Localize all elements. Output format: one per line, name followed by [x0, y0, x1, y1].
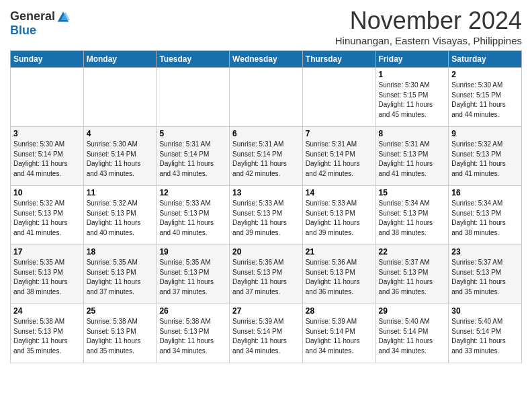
calendar-cell: 7Sunrise: 5:31 AM Sunset: 5:14 PM Daylig… [302, 127, 375, 186]
day-info: Sunrise: 5:35 AM Sunset: 5:13 PM Dayligh… [159, 258, 226, 297]
weekday-header-row: SundayMondayTuesdayWednesdayThursdayFrid… [11, 51, 522, 68]
week-row-1: 1Sunrise: 5:30 AM Sunset: 5:15 PM Daylig… [11, 68, 522, 127]
day-info: Sunrise: 5:30 AM Sunset: 5:15 PM Dayligh… [451, 81, 519, 120]
logo-general-text: General [10, 9, 55, 24]
day-info: Sunrise: 5:40 AM Sunset: 5:14 PM Dayligh… [451, 317, 519, 356]
day-number: 3 [13, 129, 81, 138]
day-info: Sunrise: 5:35 AM Sunset: 5:13 PM Dayligh… [13, 258, 81, 297]
day-number: 19 [159, 247, 226, 257]
day-number: 4 [87, 129, 154, 138]
day-number: 27 [232, 306, 300, 316]
calendar-cell: 17Sunrise: 5:35 AM Sunset: 5:13 PM Dayli… [11, 245, 84, 304]
logo: General Blue [10, 9, 70, 38]
day-info: Sunrise: 5:40 AM Sunset: 5:14 PM Dayligh… [379, 317, 446, 356]
day-info: Sunrise: 5:31 AM Sunset: 5:14 PM Dayligh… [306, 140, 373, 179]
day-info: Sunrise: 5:37 AM Sunset: 5:13 PM Dayligh… [379, 258, 446, 297]
calendar-cell [83, 68, 157, 127]
weekday-header-tuesday: Tuesday [157, 51, 230, 68]
day-number: 2 [451, 70, 519, 79]
day-info: Sunrise: 5:33 AM Sunset: 5:13 PM Dayligh… [306, 199, 373, 238]
day-number: 29 [379, 306, 446, 316]
day-number: 1 [379, 70, 446, 79]
day-number: 9 [451, 129, 519, 138]
weekday-header-friday: Friday [375, 51, 449, 68]
day-info: Sunrise: 5:38 AM Sunset: 5:13 PM Dayligh… [159, 317, 226, 356]
calendar-cell: 28Sunrise: 5:39 AM Sunset: 5:14 PM Dayli… [302, 304, 375, 363]
weekday-header-sunday: Sunday [11, 51, 84, 68]
weekday-header-monday: Monday [83, 51, 157, 68]
day-number: 30 [451, 306, 519, 316]
calendar-cell [302, 68, 375, 127]
calendar-cell: 6Sunrise: 5:31 AM Sunset: 5:14 PM Daylig… [230, 127, 303, 186]
day-info: Sunrise: 5:31 AM Sunset: 5:13 PM Dayligh… [379, 140, 446, 179]
day-info: Sunrise: 5:36 AM Sunset: 5:13 PM Dayligh… [232, 258, 300, 297]
day-number: 8 [379, 129, 446, 138]
weekday-header-wednesday: Wednesday [230, 51, 303, 68]
calendar-cell: 2Sunrise: 5:30 AM Sunset: 5:15 PM Daylig… [449, 68, 522, 127]
calendar-cell [11, 68, 84, 127]
day-number: 20 [232, 247, 300, 257]
weekday-header-thursday: Thursday [302, 51, 375, 68]
calendar-cell: 11Sunrise: 5:32 AM Sunset: 5:13 PM Dayli… [83, 186, 157, 245]
page-header: General Blue November 2024 Hinunangan, E… [10, 7, 522, 46]
day-info: Sunrise: 5:38 AM Sunset: 5:13 PM Dayligh… [87, 317, 154, 356]
day-number: 5 [159, 129, 226, 138]
day-number: 12 [159, 188, 226, 197]
day-info: Sunrise: 5:30 AM Sunset: 5:14 PM Dayligh… [13, 140, 81, 179]
week-row-5: 24Sunrise: 5:38 AM Sunset: 5:13 PM Dayli… [11, 304, 522, 363]
calendar-cell: 23Sunrise: 5:37 AM Sunset: 5:13 PM Dayli… [449, 245, 522, 304]
week-row-2: 3Sunrise: 5:30 AM Sunset: 5:14 PM Daylig… [11, 127, 522, 186]
calendar-cell: 30Sunrise: 5:40 AM Sunset: 5:14 PM Dayli… [449, 304, 522, 363]
day-number: 22 [379, 247, 446, 257]
day-number: 21 [306, 247, 373, 257]
day-info: Sunrise: 5:30 AM Sunset: 5:15 PM Dayligh… [379, 81, 446, 120]
day-number: 11 [87, 188, 154, 197]
day-number: 17 [13, 247, 81, 257]
calendar-cell: 4Sunrise: 5:30 AM Sunset: 5:14 PM Daylig… [83, 127, 157, 186]
calendar-cell: 19Sunrise: 5:35 AM Sunset: 5:13 PM Dayli… [157, 245, 230, 304]
calendar-cell: 21Sunrise: 5:36 AM Sunset: 5:13 PM Dayli… [302, 245, 375, 304]
day-info: Sunrise: 5:32 AM Sunset: 5:13 PM Dayligh… [13, 199, 81, 238]
day-info: Sunrise: 5:35 AM Sunset: 5:13 PM Dayligh… [87, 258, 154, 297]
day-info: Sunrise: 5:31 AM Sunset: 5:14 PM Dayligh… [232, 140, 300, 179]
day-info: Sunrise: 5:39 AM Sunset: 5:14 PM Dayligh… [306, 317, 373, 356]
day-number: 16 [451, 188, 519, 197]
weekday-header-saturday: Saturday [449, 51, 522, 68]
day-number: 14 [306, 188, 373, 197]
day-number: 23 [451, 247, 519, 257]
day-info: Sunrise: 5:34 AM Sunset: 5:13 PM Dayligh… [379, 199, 446, 238]
week-row-4: 17Sunrise: 5:35 AM Sunset: 5:13 PM Dayli… [11, 245, 522, 304]
day-info: Sunrise: 5:32 AM Sunset: 5:13 PM Dayligh… [87, 199, 154, 238]
calendar-cell [230, 68, 303, 127]
calendar-cell: 24Sunrise: 5:38 AM Sunset: 5:13 PM Dayli… [11, 304, 84, 363]
calendar-cell: 13Sunrise: 5:33 AM Sunset: 5:13 PM Dayli… [230, 186, 303, 245]
day-number: 18 [87, 247, 154, 257]
calendar-cell: 29Sunrise: 5:40 AM Sunset: 5:14 PM Dayli… [375, 304, 449, 363]
calendar-cell: 10Sunrise: 5:32 AM Sunset: 5:13 PM Dayli… [11, 186, 84, 245]
title-block: November 2024 Hinunangan, Eastern Visaya… [335, 7, 522, 46]
day-info: Sunrise: 5:31 AM Sunset: 5:14 PM Dayligh… [159, 140, 226, 179]
calendar-table: SundayMondayTuesdayWednesdayThursdayFrid… [10, 50, 522, 363]
day-number: 6 [232, 129, 300, 138]
calendar-cell: 22Sunrise: 5:37 AM Sunset: 5:13 PM Dayli… [375, 245, 449, 304]
logo-blue-text: Blue [10, 24, 36, 38]
day-info: Sunrise: 5:30 AM Sunset: 5:14 PM Dayligh… [87, 140, 154, 179]
day-number: 15 [379, 188, 446, 197]
week-row-3: 10Sunrise: 5:32 AM Sunset: 5:13 PM Dayli… [11, 186, 522, 245]
calendar-cell: 1Sunrise: 5:30 AM Sunset: 5:15 PM Daylig… [375, 68, 449, 127]
day-info: Sunrise: 5:36 AM Sunset: 5:13 PM Dayligh… [306, 258, 373, 297]
day-number: 28 [306, 306, 373, 316]
calendar-cell: 15Sunrise: 5:34 AM Sunset: 5:13 PM Dayli… [375, 186, 449, 245]
calendar-cell: 14Sunrise: 5:33 AM Sunset: 5:13 PM Dayli… [302, 186, 375, 245]
calendar-cell: 8Sunrise: 5:31 AM Sunset: 5:13 PM Daylig… [375, 127, 449, 186]
calendar-cell: 18Sunrise: 5:35 AM Sunset: 5:13 PM Dayli… [83, 245, 157, 304]
logo-icon [56, 10, 70, 24]
calendar-cell: 16Sunrise: 5:34 AM Sunset: 5:13 PM Dayli… [449, 186, 522, 245]
day-info: Sunrise: 5:39 AM Sunset: 5:14 PM Dayligh… [232, 317, 300, 356]
calendar-cell [157, 68, 230, 127]
calendar-cell: 3Sunrise: 5:30 AM Sunset: 5:14 PM Daylig… [11, 127, 84, 186]
month-title: November 2024 [335, 7, 522, 35]
calendar-cell: 20Sunrise: 5:36 AM Sunset: 5:13 PM Dayli… [230, 245, 303, 304]
calendar-cell: 12Sunrise: 5:33 AM Sunset: 5:13 PM Dayli… [157, 186, 230, 245]
calendar-cell: 5Sunrise: 5:31 AM Sunset: 5:14 PM Daylig… [157, 127, 230, 186]
